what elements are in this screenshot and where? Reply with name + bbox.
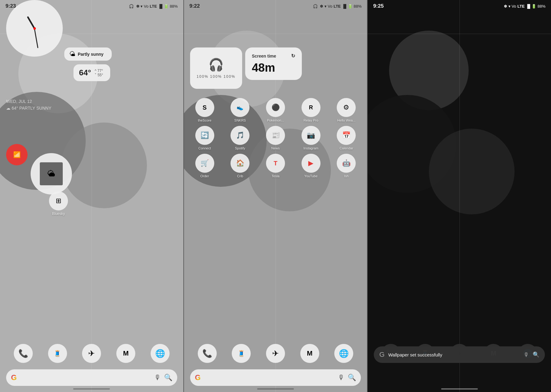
app-icon-connect[interactable]: 🔄	[195, 126, 214, 145]
dock-phone-1[interactable]: 📞	[14, 344, 33, 363]
lens-icon-2[interactable]: 🔍	[348, 374, 356, 382]
app-theScore[interactable]: S theScore	[191, 98, 219, 122]
app-pokemon[interactable]: ⚫ Pokémon...	[262, 98, 289, 122]
dock-chrome-1[interactable]: 🌐	[151, 344, 170, 363]
toast-g-logo: G	[379, 351, 384, 359]
dock-phone-2[interactable]: 📞	[198, 344, 217, 363]
weather-pill-1[interactable]: 🌤 Partly sunny	[64, 47, 112, 61]
dock-2: 📞 🧵 ✈ M 🌐	[190, 344, 361, 363]
mic-icon-1[interactable]: 🎙	[154, 374, 161, 382]
app-hello-weather[interactable]: ⚙ Hello Wea...	[332, 98, 360, 122]
pokemon-icon: ⚫	[272, 104, 280, 111]
app-row-2: 🔄 Connect 🎵 Spotify 📰 News 📷 Instagram 📅…	[187, 126, 364, 150]
red-circle-1[interactable]: 📶	[6, 144, 28, 165]
app-icon-order[interactable]: 🛒	[195, 154, 214, 173]
earbuds-icon: 🎧	[208, 58, 224, 72]
app-label-hello-weather: Hello Wea...	[337, 119, 356, 122]
news-icon: 📰	[272, 131, 280, 139]
dock-telegram-1[interactable]: ✈	[82, 344, 101, 363]
app-row-3: 🛒 Order 🏠 Crib T Tesla ▶ YouTube 🤖 Ish	[187, 154, 364, 178]
screen-time-widget[interactable]: Screen time ↻ 48m	[245, 47, 302, 80]
app-order[interactable]: 🛒 Order	[191, 154, 219, 178]
phone-panel-1: 9:23 🎧 ✽ ▾ Vo LTE ▐▌🔋 88% 🌤 Partly sunny…	[0, 0, 183, 392]
app-icon-pokemon[interactable]: ⚫	[266, 98, 285, 117]
toast-lens-icon[interactable]: 🔍	[533, 351, 539, 358]
temp-high-1: ^ 77°	[95, 69, 103, 73]
temp-main-1: 64°	[79, 68, 91, 77]
dock-gmail-1[interactable]: M	[116, 344, 135, 363]
app-snkrs[interactable]: 👟 SNKRS	[226, 98, 254, 122]
app-youtube[interactable]: ▶ YouTube	[297, 154, 325, 178]
earbuds-widget[interactable]: 🎧 100% 100% 100%	[190, 47, 242, 89]
dock-telegram-2[interactable]: ✈	[266, 344, 285, 363]
app-icon-youtube[interactable]: ▶	[302, 154, 320, 173]
divider-2	[367, 0, 368, 392]
app-label-spotify: Spotify	[235, 146, 245, 150]
spotify-icon: 🎵	[236, 131, 244, 139]
dock-threads-2[interactable]: 🧵	[232, 344, 251, 363]
app-icon-ish[interactable]: 🤖	[337, 154, 356, 173]
relay-icon: R	[309, 104, 313, 111]
clock-face-1	[15, 9, 54, 48]
app-icon-instagram[interactable]: 📷	[302, 126, 320, 145]
date-line2-1: ☁ 64° PARTLY SUNNY	[6, 105, 51, 111]
app-icon-snkrs[interactable]: 👟	[231, 98, 249, 117]
threads-icon: 🧵	[54, 350, 61, 357]
photo-circle-1[interactable]: 🌥	[31, 153, 72, 194]
app-crib[interactable]: 🏠 Crib	[226, 154, 254, 178]
dock-1: 📞 🧵 ✈ M 🌐	[6, 344, 177, 363]
photo-thumb-1: 🌥	[40, 162, 63, 185]
app-news[interactable]: 📰 News	[262, 126, 289, 150]
app-icon-hello-weather[interactable]: ⚙	[337, 98, 356, 117]
app-icon-spotify[interactable]: 🎵	[231, 126, 249, 145]
app-icon-relay[interactable]: R	[302, 98, 320, 117]
app-connect[interactable]: 🔄 Connect	[191, 126, 219, 150]
app-spotify[interactable]: 🎵 Spotify	[226, 126, 254, 150]
toast-mic-icon[interactable]: 🎙	[523, 352, 529, 358]
status-time-3: 9:25	[373, 3, 384, 9]
google-logo-2: G	[195, 373, 201, 382]
dock-threads-1[interactable]: 🧵	[48, 344, 67, 363]
app-relay[interactable]: R Relay Pro	[297, 98, 325, 122]
telegram-icon-2: ✈	[272, 349, 279, 358]
youtube-icon: ▶	[308, 159, 313, 167]
app-icon-news[interactable]: 📰	[266, 126, 285, 145]
app-ish[interactable]: 🤖 Ish	[332, 154, 360, 178]
bluesky-area-1[interactable]: ⊞ Bluesky	[49, 191, 68, 216]
nav-line-2	[257, 388, 294, 390]
app-icon-crib[interactable]: 🏠	[231, 154, 249, 173]
phone-panel-3: 9:25 ✽ ▾ Vo LTE ▐▌🔋 88% 🌤 Partly 64° ^ 7…	[368, 0, 551, 392]
clock-center-dot	[33, 27, 36, 30]
status-icons-2: 🎧 ✽ ▾ Vo LTE ▐▌🔋 88%	[313, 4, 362, 9]
app-instagram[interactable]: 📷 Instagram	[297, 126, 325, 150]
status-bar-1: 9:23 🎧 ✽ ▾ Vo LTE ▐▌🔋 88%	[0, 0, 183, 11]
wallpaper-blobs-3	[368, 0, 551, 392]
connect-icon: 🔄	[201, 131, 209, 139]
app-icon-theScore[interactable]: S	[195, 98, 214, 117]
app-calendar[interactable]: 📅 Calendar	[332, 126, 360, 150]
app-tesla[interactable]: T Tesla	[262, 154, 289, 178]
crosshair-v-3	[459, 0, 460, 392]
bluesky-icon-1[interactable]: ⊞	[49, 191, 68, 210]
instagram-icon: 📷	[307, 131, 315, 139]
divider-1	[183, 0, 184, 392]
dock-gmail-2[interactable]: M	[300, 344, 319, 363]
app-icon-calendar[interactable]: 📅	[337, 126, 356, 145]
screen-time-label: Screen time	[252, 54, 276, 58]
toast-bar: G Wallpaper set successfully 🎙 🔍	[374, 346, 545, 363]
crib-icon: 🏠	[236, 159, 244, 167]
lens-icon-1[interactable]: 🔍	[164, 374, 172, 382]
app-row-1: S theScore 👟 SNKRS ⚫ Pokémon... R Relay …	[187, 98, 364, 122]
temp-widget-1[interactable]: 64° ^ 77° ˅ 55°	[73, 64, 110, 81]
photo-icon: 🌥	[47, 169, 55, 179]
app-label-youtube: YouTube	[304, 174, 317, 178]
screen-time-refresh-icon[interactable]: ↻	[291, 53, 295, 59]
temp-range-1: ^ 77° ˅ 55°	[95, 69, 103, 77]
mic-icon-2[interactable]: 🎙	[338, 374, 345, 382]
status-icons-3: ✽ ▾ Vo LTE ▐▌🔋 88%	[504, 4, 545, 9]
status-time-1: 9:23	[6, 3, 16, 9]
search-bar-2[interactable]: G 🎙 🔍	[190, 369, 361, 386]
search-bar-1[interactable]: G 🎙 🔍	[6, 369, 177, 386]
app-icon-tesla[interactable]: T	[266, 154, 285, 173]
dock-chrome-2[interactable]: 🌐	[334, 344, 353, 363]
